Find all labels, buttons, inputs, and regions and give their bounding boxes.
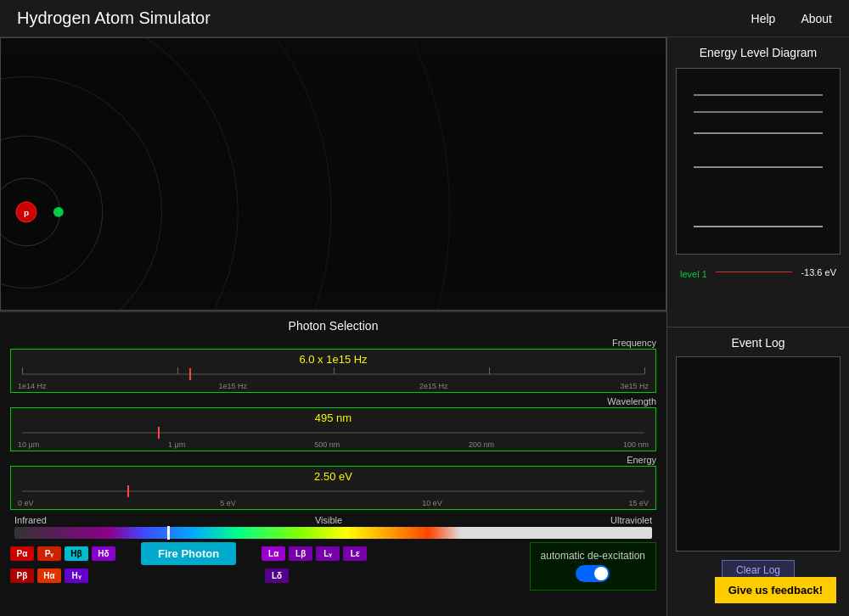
- level-1-row: level 1 -13.6 eV: [676, 263, 841, 281]
- wl-tick-0: 10 μm: [18, 440, 39, 449]
- freq-tick-0: 1e14 Hz: [18, 382, 47, 390]
- wl-tick-1: 1 μm: [168, 440, 185, 449]
- lyman-row2: Lδ: [265, 568, 289, 583]
- energy-track[interactable]: [22, 484, 644, 498]
- lyman-alpha-btn[interactable]: Lα: [261, 546, 285, 561]
- energy-section: Energy 2.50 eV 0 eV 5 eV 10 eV 15 eV: [10, 455, 656, 510]
- energy-line-2: [694, 166, 823, 168]
- lyman-gamma-btn[interactable]: Lᵧ: [316, 546, 340, 561]
- balmer-halpha-btn[interactable]: Hα: [37, 568, 61, 583]
- energy-level-title: Energy Level Diagram: [676, 46, 841, 59]
- toggle-knob: [594, 567, 608, 580]
- event-log-area: [676, 356, 841, 552]
- paschen-alpha-btn[interactable]: Pα: [10, 546, 34, 561]
- energy-label: Energy: [10, 455, 656, 465]
- paschen-balmer-row2: Pβ Hα Hᵧ: [10, 568, 88, 583]
- level-1-line: [716, 272, 793, 272]
- balmer-beta-btn[interactable]: Hβ: [65, 546, 88, 561]
- frequency-ticks: 1e14 Hz 1e15 Hz 2e15 Hz 3e15 Hz: [18, 382, 649, 390]
- frequency-thumb: [189, 368, 191, 380]
- energy-value: 2.50 eV: [18, 470, 649, 483]
- right-panel: Energy Level Diagram level 1 -13.6 eV Ev…: [666, 37, 849, 616]
- event-log-panel: Event Log Clear Log: [667, 328, 849, 616]
- spectrum-labels: Infrared Visible Ultraviolet: [10, 515, 656, 525]
- control-panel: Photon Selection Frequency 6.0 x 1e15 Hz: [0, 311, 666, 616]
- header: Hydrogen Atom Simulator Help About: [0, 0, 849, 37]
- e-tick-3: 15 eV: [628, 499, 649, 507]
- visible-label: Visible: [315, 515, 342, 525]
- spectrum-slider-thumb: [167, 526, 170, 540]
- level-1-value: -13.6 eV: [801, 267, 836, 277]
- atom-svg: p: [1, 38, 666, 310]
- freq-tick-3: 3e15 Hz: [620, 382, 649, 390]
- energy-slider-container[interactable]: 2.50 eV 0 eV 5 eV 10 eV 15 eV: [10, 466, 656, 510]
- auto-deexcitation-toggle[interactable]: [576, 565, 610, 582]
- energy-line-5: [694, 94, 823, 96]
- svg-point-9: [53, 207, 64, 217]
- wavelength-line: [22, 433, 644, 434]
- frequency-label: Frequency: [10, 338, 656, 348]
- help-link[interactable]: Help: [751, 12, 776, 25]
- spectral-row-1: Pα Pᵧ Hβ Hδ Fire Photon Lα Lβ Lᵧ Lε: [10, 542, 513, 565]
- spectral-buttons-area: Pα Pᵧ Hβ Hδ Fire Photon Lα Lβ Lᵧ Lε: [10, 542, 513, 583]
- frequency-track[interactable]: [22, 367, 644, 381]
- app-title: Hydrogen Atom Simulator: [17, 8, 211, 28]
- wavelength-ticks: 10 μm 1 μm 500 nm 200 nm 100 nm: [18, 440, 649, 449]
- event-log-title: Event Log: [676, 336, 841, 350]
- spectral-row-2: Pβ Hα Hᵧ Lδ: [10, 568, 513, 583]
- about-link[interactable]: About: [801, 12, 832, 25]
- wl-tick-3: 200 nm: [469, 440, 494, 449]
- wavelength-slider-container[interactable]: 495 nm 10 μm 1 μm 500 nm 200 nm 100 nm: [10, 407, 656, 451]
- ultraviolet-label: Ultraviolet: [610, 515, 652, 525]
- lyman-delta-btn[interactable]: Lδ: [265, 568, 289, 583]
- wavelength-value: 495 nm: [18, 412, 649, 424]
- energy-thumb: [127, 485, 129, 497]
- nav-links: Help About: [751, 12, 832, 25]
- frequency-value: 6.0 x 1e15 Hz: [18, 353, 649, 366]
- infrared-label: Infrared: [14, 515, 47, 525]
- wavelength-label: Wavelength: [10, 396, 656, 406]
- photon-selection-title: Photon Selection: [10, 319, 656, 333]
- energy-line-4: [694, 111, 823, 113]
- svg-text:p: p: [24, 208, 29, 217]
- energy-line-1: [694, 226, 823, 227]
- lyman-row1: Lα Lβ Lᵧ Lε: [261, 546, 367, 561]
- bottom-row: Pα Pᵧ Hβ Hδ Fire Photon Lα Lβ Lᵧ Lε: [10, 542, 656, 591]
- energy-level-panel: Energy Level Diagram level 1 -13.6 eV: [667, 37, 849, 328]
- spectrum-bar[interactable]: [14, 527, 652, 539]
- atom-canvas[interactable]: p: [0, 37, 666, 311]
- frequency-slider-container[interactable]: 6.0 x 1e15 Hz 1e14 Hz 1e15 Hz: [10, 349, 656, 393]
- energy-line-3: [694, 132, 823, 134]
- paschen-beta-btn[interactable]: Pβ: [10, 568, 34, 583]
- balmer-hgamma-btn[interactable]: Hᵧ: [65, 568, 88, 583]
- e-tick-0: 0 eV: [18, 499, 34, 507]
- level-1-label: level 1: [680, 269, 707, 279]
- simulation-area: p Photon Selection Frequency 6.0 x 1e15 …: [0, 37, 666, 616]
- balmer-delta-btn[interactable]: Hδ: [92, 546, 115, 561]
- auto-deexcitation-label: automatic de-excitation: [541, 550, 645, 562]
- energy-level-diagram: [676, 68, 841, 255]
- lyman-beta-btn[interactable]: Lβ: [289, 546, 312, 561]
- energy-line: [22, 491, 644, 492]
- wavelength-section: Wavelength 495 nm 10 μm 1 μm 500 nm 200 …: [10, 396, 656, 451]
- lyman-epsilon-btn[interactable]: Lε: [343, 546, 367, 561]
- feedback-btn[interactable]: Give us feedback!: [715, 577, 836, 603]
- svg-rect-0: [1, 55, 666, 292]
- paschen-balmer-row1: Pα Pᵧ Hβ Hδ: [10, 546, 115, 561]
- auto-deexcitation-panel: automatic de-excitation: [530, 542, 656, 591]
- wl-tick-4: 100 nm: [623, 440, 649, 449]
- paschen-gamma-btn[interactable]: Pᵧ: [37, 546, 61, 561]
- main-layout: p Photon Selection Frequency 6.0 x 1e15 …: [0, 37, 849, 616]
- e-tick-2: 10 eV: [422, 499, 442, 507]
- wl-tick-2: 500 nm: [314, 440, 340, 449]
- wavelength-thumb: [158, 427, 160, 439]
- freq-tick-2: 2e15 Hz: [419, 382, 448, 390]
- freq-tick-1: 1e15 Hz: [218, 382, 247, 390]
- frequency-section: Frequency 6.0 x 1e15 Hz 1e14 Hz: [10, 338, 656, 393]
- wavelength-track[interactable]: [22, 426, 644, 440]
- fire-photon-btn[interactable]: Fire Photon: [141, 542, 236, 565]
- e-tick-1: 5 eV: [220, 499, 236, 507]
- energy-ticks: 0 eV 5 eV 10 eV 15 eV: [18, 499, 649, 507]
